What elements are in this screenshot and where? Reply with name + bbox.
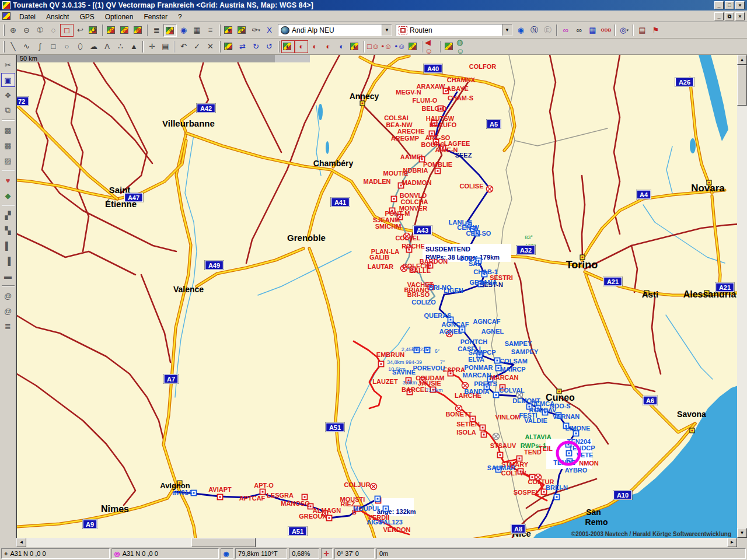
pattern-dots-1-icon[interactable]: ▩ — [1, 123, 15, 137]
at-circle-2-icon[interactable]: @ — [1, 304, 15, 318]
arrow-select-icon[interactable]: ◀☺ — [425, 40, 438, 53]
zoom-in-icon[interactable]: ⊕ — [6, 24, 20, 37]
route-transfer-icon[interactable]: ⇄ — [236, 40, 249, 53]
mdi-child-icon[interactable] — [2, 12, 11, 20]
page-copy-icon[interactable]: ⧉ — [1, 103, 15, 117]
db-grid-icon[interactable]: ▦ — [586, 24, 599, 37]
draw-curve-icon[interactable]: ∫ — [33, 40, 47, 53]
waypoint-marker[interactable] — [218, 495, 223, 500]
wp-visibility-red-icon[interactable]: ◐ — [322, 40, 335, 53]
undo-icon[interactable]: ↶ — [177, 40, 190, 53]
map-canvas[interactable]: SUSDEMTENDRWPs: 38 Länge: 179kmänge: 132… — [16, 55, 737, 538]
map-zoom-in-icon[interactable]: ⊕ — [105, 24, 118, 37]
waypoint-marker[interactable] — [392, 197, 397, 202]
chevron-down-icon[interactable]: ▼ — [502, 24, 512, 36]
hatch-icon[interactable]: ▤ — [159, 40, 172, 53]
wp-select-red-icon[interactable]: •☺ — [380, 40, 393, 53]
symbol-diamond-icon[interactable]: ◆ — [1, 188, 15, 202]
map-arrow-icon[interactable]: ▾ — [222, 24, 236, 37]
save-icon[interactable]: ▣ — [1, 73, 15, 87]
waypoint-marker[interactable] — [383, 506, 389, 512]
map-overview-icon[interactable]: ↺ — [87, 24, 100, 37]
maximize-button[interactable]: □ — [725, 1, 734, 9]
scroll-left-arrow[interactable]: ◄ — [16, 538, 26, 547]
waypoint-marker[interactable] — [494, 393, 499, 398]
zoom-out-icon[interactable]: ⊖ — [20, 24, 33, 37]
waypoint-marker[interactable] — [480, 425, 486, 430]
draw-polygon-icon[interactable]: ☁ — [87, 40, 100, 53]
tiles-icon[interactable]: ❖ — [1, 88, 15, 102]
waypoint-marker[interactable] — [375, 496, 381, 502]
waypoint-marker[interactable] — [554, 495, 560, 500]
child-minimize-button[interactable]: _ — [714, 12, 724, 20]
zoom-back-icon[interactable]: ↩ — [74, 24, 87, 37]
zoom-area-icon[interactable]: ◌ — [47, 24, 60, 37]
wp-select-blue-icon[interactable]: •☺ — [393, 40, 407, 53]
wp-visibility-blue-icon[interactable]: ◐ — [335, 40, 348, 53]
maps-visibility-icon[interactable]: ◐ — [348, 40, 362, 53]
wp-transfer-icon[interactable]: ↻ — [249, 40, 263, 53]
close-button[interactable]: × — [735, 1, 745, 9]
edit-disabled-icon[interactable]: Ⓔ — [541, 24, 554, 37]
draw-polyline-icon[interactable]: ∿ — [20, 40, 33, 53]
map-select-combo[interactable]: Andi Alp NEU▼ — [278, 24, 392, 36]
delete-x-icon[interactable]: X — [263, 24, 276, 37]
symbol-heart-icon[interactable]: ♥ — [1, 173, 15, 187]
route-visibility-red-icon[interactable]: ◐ — [308, 40, 322, 53]
draw-line-icon[interactable]: ╲ — [6, 40, 20, 53]
pattern-dots-2-icon[interactable]: ▩ — [1, 138, 15, 152]
menu-datei[interactable]: Datei — [14, 12, 41, 22]
map-edit-icon[interactable]: ✎ — [163, 24, 177, 37]
apply-icon[interactable]: ✓ — [190, 40, 204, 53]
map-zoom-out-icon[interactable]: ⊖ — [118, 24, 132, 37]
grid-icon[interactable]: ▦ — [190, 24, 204, 37]
toolbar-grip[interactable] — [278, 41, 280, 52]
map-show-icon[interactable]: ☺ — [443, 40, 456, 53]
at-circle-1-icon[interactable]: @ — [1, 289, 15, 303]
bar-left-icon[interactable]: ▌ — [1, 239, 15, 253]
menu-help[interactable]: ? — [173, 12, 187, 22]
menu-gps[interactable]: GPS — [74, 12, 99, 22]
toolbar-grip[interactable] — [219, 24, 221, 36]
draw-triangle-icon[interactable]: ▲ — [127, 40, 141, 53]
scroll-up-arrow[interactable]: ▲ — [737, 55, 747, 65]
scroll-right-arrow[interactable]: ► — [727, 538, 737, 547]
notes-icon[interactable]: Ⓝ — [528, 24, 541, 37]
map-back-icon[interactable]: ⊜ — [132, 24, 145, 37]
cancel-icon[interactable]: ✕ — [204, 40, 217, 53]
vertical-scroll-thumb[interactable] — [737, 65, 747, 106]
find-icon[interactable]: ∞ — [573, 24, 586, 37]
horizontal-scroll-thumb[interactable] — [191, 538, 256, 547]
snap-grid-icon[interactable]: ✛ — [145, 40, 159, 53]
menu-ansicht[interactable]: Ansicht — [41, 12, 74, 22]
vertical-scrollbar[interactable]: ▲ ▼ — [737, 55, 747, 538]
crossed-waypoint-marker[interactable] — [493, 433, 500, 440]
waypoint-marker[interactable] — [191, 491, 197, 496]
waypoint-marker[interactable] — [495, 358, 500, 363]
globe-show-icon[interactable]: ◍☺ — [456, 40, 470, 53]
chevron-down-icon[interactable]: ▼ — [382, 24, 392, 36]
crossed-waypoint-marker[interactable] — [487, 186, 493, 192]
map-copy-icon[interactable]: ⧉ — [236, 24, 249, 37]
waypoint-marker[interactable] — [327, 516, 332, 521]
flag-route-icon[interactable]: ⚑ — [649, 24, 662, 37]
route-select-combo[interactable]: Routen▼ — [396, 24, 512, 36]
waypoint-marker[interactable] — [435, 169, 441, 174]
eye-icon[interactable]: ◉ — [514, 24, 528, 37]
block-dots-2-icon[interactable]: ▚ — [1, 223, 15, 237]
crossed-waypoint-marker[interactable] — [371, 484, 377, 490]
horizontal-scrollbar[interactable]: ◄ ► — [16, 538, 737, 547]
waypoint-marker[interactable] — [302, 495, 308, 500]
track-transfer-icon[interactable]: ↺ — [263, 40, 276, 53]
layers-icon[interactable]: ≣ — [150, 24, 163, 37]
zoom-select-icon[interactable]: ◻ — [60, 24, 74, 37]
target-icon[interactable]: ◎ ▾ — [617, 24, 631, 37]
compass-icon[interactable]: ◉ — [177, 24, 190, 37]
odb-icon[interactable]: ODB — [599, 24, 613, 37]
draw-ellipse-icon[interactable]: ⬯ — [74, 40, 87, 53]
bar-right-icon[interactable]: ▐ — [1, 254, 15, 268]
map-new-icon[interactable]: ❏ — [222, 40, 236, 53]
scroll-down-arrow[interactable]: ▼ — [737, 528, 747, 538]
route-select-icon[interactable]: □☺ — [366, 40, 380, 53]
list-lines-icon[interactable]: ≣ — [1, 319, 15, 333]
